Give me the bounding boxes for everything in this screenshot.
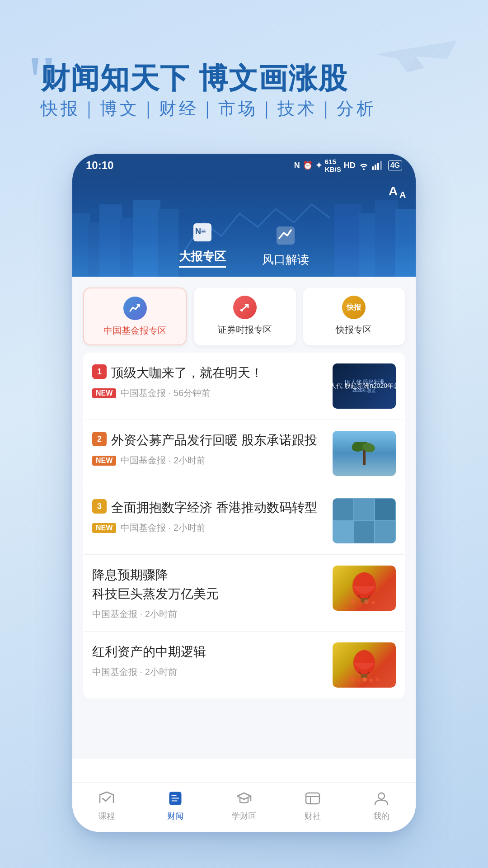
news-meta-3: NEW 中国基金报 · 2小时前: [92, 522, 325, 534]
phone-mockup: 10:10 N ⏰ ✦ 615KB/S HD 4G: [72, 154, 416, 832]
nav-item-caiwens[interactable]: 财闻: [141, 789, 210, 821]
bottom-nav: 课程 财闻 学财叵: [72, 782, 416, 832]
news-meta-2: NEW 中国基金报 · 2小时前: [92, 454, 325, 467]
nav-item-mine[interactable]: 我的: [347, 789, 416, 821]
news-thumb-5: [333, 642, 396, 688]
svg-rect-9: [133, 200, 160, 277]
cat-icon-kuaibao: 快报: [342, 296, 366, 319]
rank-badge-1: 1: [92, 364, 107, 379]
cat-label-jijin: 中国基金报专区: [103, 325, 167, 336]
svg-point-40: [375, 678, 379, 681]
nav-icon-caiwens: [166, 789, 185, 808]
nav-icon-caishi: [303, 789, 322, 808]
svg-point-29: [358, 601, 361, 604]
cat-tab-kuaibao[interactable]: 快报 快报专区: [303, 288, 405, 345]
nav-item-study[interactable]: 学财叵: [210, 789, 278, 821]
news-source-5: 中国基金报 · 2小时前: [92, 666, 177, 678]
news-thumb-2: [333, 431, 396, 476]
svg-point-20: [240, 309, 243, 311]
lte-badge: 4G: [388, 160, 402, 170]
news-meta-4: 中国基金报 · 2小时前: [92, 608, 325, 620]
news-source-2: 中国基金报 · 2小时前: [121, 454, 206, 467]
alarm-icon: ⏰: [303, 160, 313, 170]
nav-label-study: 学财叵: [232, 811, 256, 821]
rank-badge-2: 2: [92, 432, 107, 446]
nav-label-mine: 我的: [373, 811, 389, 821]
news-title-row-1: 1 顶级大咖来了，就在明天！: [92, 363, 325, 382]
news-title-4: 降息预期骤降科技巨头蒸发万亿美元: [92, 566, 325, 604]
fengkou-icon: [273, 223, 298, 248]
nav-item-course[interactable]: 课程: [72, 789, 141, 821]
svg-text:A: A: [389, 184, 398, 198]
hero-title: 财闻知天下 博文画涨股: [41, 59, 348, 98]
rank-badge-3: 3: [92, 499, 107, 514]
svg-rect-5: [72, 213, 90, 277]
news-source-4: 中国基金报 · 2小时前: [92, 608, 177, 620]
cat-label-zhengquan: 证券时报专区: [218, 324, 272, 335]
svg-point-28: [351, 599, 355, 604]
cat-tab-jijin[interactable]: 中国基金报专区: [83, 288, 187, 345]
bg-plane-decoration: [371, 27, 461, 81]
cat-tab-zhengquan[interactable]: 证券时报专区: [194, 288, 296, 345]
news-title-3: 全面拥抱数字经济 香港推动数码转型: [111, 498, 317, 517]
tab-daibao[interactable]: N≡ 大报专区: [179, 220, 226, 268]
svg-point-30: [364, 599, 369, 604]
nav-icon-course: [97, 789, 116, 808]
wifi-icon: [358, 161, 369, 170]
news-item-4[interactable]: 降息预期骤降科技巨头蒸发万亿美元 中国基金报 · 2小时前: [83, 555, 405, 632]
news-content-1: 1 顶级大咖来了，就在明天！ NEW 中国基金报 · 56分钟前: [92, 363, 325, 399]
svg-text:N≡: N≡: [195, 227, 206, 236]
svg-rect-14: [395, 209, 416, 277]
tab-daibao-label: 大报专区: [179, 249, 226, 268]
content-area: 中国基金报专区 证券时报专区 快报 快报专区: [72, 277, 416, 759]
status-time: 10:10: [86, 159, 113, 172]
svg-text:A: A: [399, 190, 406, 200]
svg-rect-42: [171, 795, 177, 796]
bluetooth-icon: ✦: [315, 160, 322, 170]
daibao-icon: N≡: [190, 220, 215, 245]
tab-fengkou[interactable]: 风口解读: [262, 223, 309, 268]
svg-rect-1: [375, 165, 376, 170]
news-title-row-3: 3 全面拥抱数字经济 香港推动数码转型: [92, 498, 325, 517]
svg-rect-19: [277, 226, 295, 245]
nav-icon-mine: [372, 789, 391, 808]
news-item-2[interactable]: 2 外资公募产品发行回暖 股东承诺跟投 NEW 中国基金报 · 2小时前: [83, 420, 405, 487]
svg-rect-11: [334, 204, 361, 277]
svg-point-37: [357, 679, 360, 682]
nav-item-caishi[interactable]: 财社: [278, 789, 347, 821]
news-meta-1: NEW 中国基金报 · 56分钟前: [92, 387, 325, 399]
svg-rect-2: [377, 163, 379, 170]
news-item-5[interactable]: 红利资产的中期逻辑 中国基金报 · 2小时前: [83, 632, 405, 698]
speed-icon: 615KB/S: [325, 158, 341, 173]
svg-point-39: [369, 679, 373, 682]
news-source-3: 中国基金报 · 2小时前: [121, 522, 206, 534]
svg-rect-13: [375, 200, 398, 277]
svg-rect-10: [158, 209, 178, 277]
cat-label-kuaibao: 快报专区: [336, 324, 372, 335]
news-content-4: 降息预期骤降科技巨头蒸发万亿美元 中国基金报 · 2小时前: [92, 566, 325, 620]
svg-point-36: [350, 677, 354, 682]
notification-icon: N: [294, 161, 300, 170]
svg-rect-7: [99, 204, 122, 277]
news-item-1[interactable]: 1 顶级大咖来了，就在明天！ NEW 中国基金报 · 56分钟前 TF人代 股起…: [83, 353, 405, 420]
nav-label-course: 课程: [99, 811, 115, 821]
svg-point-38: [362, 677, 367, 682]
svg-rect-44: [171, 800, 178, 802]
news-title-2: 外资公募产品发行回暖 股东承诺跟投: [111, 431, 317, 450]
nav-label-caishi: 财社: [305, 811, 321, 821]
signal-icon: [372, 161, 385, 170]
news-thumb-1: TF人代 股起新洲2020年总监: [333, 363, 396, 409]
svg-rect-0: [372, 166, 374, 170]
category-tabs: 中国基金报专区 证券时报专区 快报 快报专区: [72, 277, 416, 353]
font-size-button[interactable]: A A: [389, 184, 407, 200]
news-item-3[interactable]: 3 全面拥抱数字经济 香港推动数码转型 NEW 中国基金报 · 2小时前: [83, 487, 405, 555]
new-badge-3: NEW: [92, 523, 116, 533]
svg-point-49: [378, 793, 385, 799]
tab-fengkou-label: 风口解读: [262, 252, 309, 268]
svg-rect-43: [171, 797, 179, 799]
news-thumb-3: [333, 498, 396, 543]
news-source-1: 中国基金报 · 56分钟前: [121, 387, 211, 399]
svg-point-31: [371, 601, 375, 604]
news-content-2: 2 外资公募产品发行回暖 股东承诺跟投 NEW 中国基金报 · 2小时前: [92, 431, 325, 467]
status-bar: 10:10 N ⏰ ✦ 615KB/S HD 4G: [72, 154, 416, 177]
